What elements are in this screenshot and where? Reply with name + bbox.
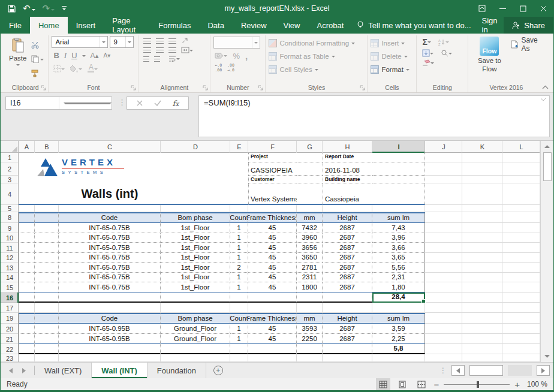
cell-H1[interactable]: Report Date — [323, 153, 372, 162]
cell-B5[interactable] — [35, 205, 59, 212]
tab-file[interactable]: File — [1, 17, 30, 34]
cell-I12[interactable]: 3,65 — [372, 253, 425, 263]
cell-E4[interactable] — [230, 183, 248, 205]
sheet-tab-wall-ext[interactable]: Wall (EXT) — [35, 363, 92, 378]
cell-J10[interactable] — [425, 233, 462, 243]
cell-B20[interactable] — [35, 324, 59, 334]
paste-dropdown-icon[interactable] — [16, 64, 20, 68]
vertical-scroll-thumb[interactable] — [543, 152, 552, 181]
cell-I23[interactable] — [372, 354, 425, 362]
cell-K17[interactable] — [462, 303, 502, 313]
cell-I22[interactable]: 5,8 — [372, 344, 425, 354]
borders-button[interactable] — [53, 65, 65, 73]
wrap-text-button[interactable] — [168, 56, 180, 62]
cell-G21[interactable]: 2250 — [297, 334, 323, 344]
cell-H12[interactable]: 2687 — [323, 253, 372, 263]
bold-button[interactable]: B — [53, 51, 59, 60]
cell-L2[interactable] — [502, 162, 540, 176]
cell-L4[interactable] — [502, 183, 540, 205]
row-header-11[interactable]: 11 — [1, 243, 19, 253]
cell-G8[interactable]: mm — [297, 212, 323, 223]
tab-acrobat[interactable]: Acrobat — [308, 17, 352, 34]
cell-F20[interactable]: 45 — [248, 324, 297, 334]
cell-F1[interactable]: Project — [248, 153, 297, 162]
cell-E3[interactable] — [230, 176, 248, 183]
share-button[interactable]: Share — [504, 17, 553, 34]
cell-J15[interactable] — [425, 282, 462, 293]
page-layout-view-button[interactable] — [395, 378, 410, 390]
cell-D11[interactable]: 1st_Floor — [161, 243, 230, 253]
cell-K1[interactable] — [462, 153, 502, 162]
cell-B15[interactable] — [35, 282, 59, 293]
format-as-table-button[interactable]: Format as Table — [269, 50, 355, 62]
cell-G12[interactable]: 3650 — [297, 253, 323, 263]
cell-G17[interactable] — [297, 303, 323, 313]
orientation-button[interactable] — [181, 37, 189, 44]
new-sheet-button[interactable]: + — [206, 363, 230, 378]
column-header-L[interactable]: L — [502, 141, 540, 153]
cell-D10[interactable]: 1st_Floor — [161, 233, 230, 243]
cell-H23[interactable] — [323, 354, 372, 362]
cell-E17[interactable] — [230, 303, 248, 313]
cell-I3[interactable] — [372, 176, 425, 183]
row-header-21[interactable]: 21 — [1, 334, 19, 344]
cell-F16[interactable] — [248, 293, 297, 303]
next-sheet-icon[interactable] — [22, 368, 26, 373]
cell-D9[interactable]: 1st_Floor — [161, 223, 230, 233]
cell-A21[interactable] — [19, 334, 35, 344]
cell-K3[interactable] — [462, 176, 502, 183]
cell-D15[interactable]: 1st_Floor — [161, 282, 230, 293]
cell-D3[interactable] — [161, 176, 230, 183]
cell-I17[interactable] — [372, 303, 425, 313]
cell-C8[interactable]: Code — [59, 212, 161, 223]
cell-I20[interactable]: 3,59 — [372, 324, 425, 334]
row-header-4[interactable]: 4 — [1, 183, 19, 205]
cell-J19[interactable] — [425, 313, 462, 324]
cell-K14[interactable] — [462, 273, 502, 282]
cell-A19[interactable] — [19, 313, 35, 324]
row-header-15[interactable]: 15 — [1, 282, 19, 293]
cell-J2[interactable] — [425, 162, 462, 176]
number-format-select[interactable] — [213, 37, 260, 49]
column-header-H[interactable]: H — [323, 141, 372, 153]
cell-A14[interactable] — [19, 273, 35, 282]
cell-A10[interactable] — [19, 233, 35, 243]
row-header-3[interactable]: 3 — [1, 176, 19, 183]
cell-L5[interactable] — [502, 205, 540, 212]
zoom-slider[interactable] — [444, 384, 510, 385]
horizontal-scroll-track[interactable] — [508, 365, 532, 376]
column-header-J[interactable]: J — [425, 141, 462, 153]
cell-B1[interactable] — [35, 153, 59, 162]
cell-C5[interactable] — [59, 205, 161, 212]
clear-button[interactable] — [422, 59, 434, 66]
cell-F12[interactable]: 45 — [248, 253, 297, 263]
cell-C21[interactable]: INT-65-0.95B — [59, 334, 161, 344]
increase-decimal-button[interactable]: ←.0.00 — [215, 63, 222, 73]
cell-F8[interactable]: Frame Thickness — [248, 212, 297, 223]
middle-align-button[interactable] — [156, 38, 164, 44]
cell-F13[interactable]: 45 — [248, 263, 297, 273]
row-header-19[interactable]: 19 — [1, 313, 19, 324]
formula-input[interactable]: =SUM(I9:I15) — [198, 95, 550, 137]
row-header-10[interactable]: 10 — [1, 233, 19, 243]
cell-K23[interactable] — [462, 354, 502, 362]
tab-split-handle[interactable]: ⋮ — [439, 366, 447, 375]
cell-I15[interactable]: 1,80 — [372, 282, 425, 293]
cell-C1[interactable] — [59, 153, 161, 162]
row-header-8[interactable]: 8 — [1, 212, 19, 223]
cell-G4[interactable] — [297, 183, 323, 205]
maximize-button[interactable] — [513, 0, 533, 17]
row-header-5[interactable]: 5 — [1, 205, 19, 212]
cell-E5[interactable] — [230, 205, 248, 212]
cell-B8[interactable] — [35, 212, 59, 223]
cell-J8[interactable] — [425, 212, 462, 223]
row-header-20[interactable]: 20 — [1, 324, 19, 334]
styles-dialog-launcher-icon[interactable] — [360, 85, 365, 91]
cell-B14[interactable] — [35, 273, 59, 282]
cell-D13[interactable]: 1st_Floor — [161, 263, 230, 273]
horizontal-scroll-thumb[interactable] — [469, 365, 503, 376]
cell-A15[interactable] — [19, 282, 35, 293]
cell-A3[interactable] — [19, 176, 35, 183]
cell-K4[interactable] — [462, 183, 502, 205]
cell-F3[interactable]: Customer — [248, 176, 297, 183]
